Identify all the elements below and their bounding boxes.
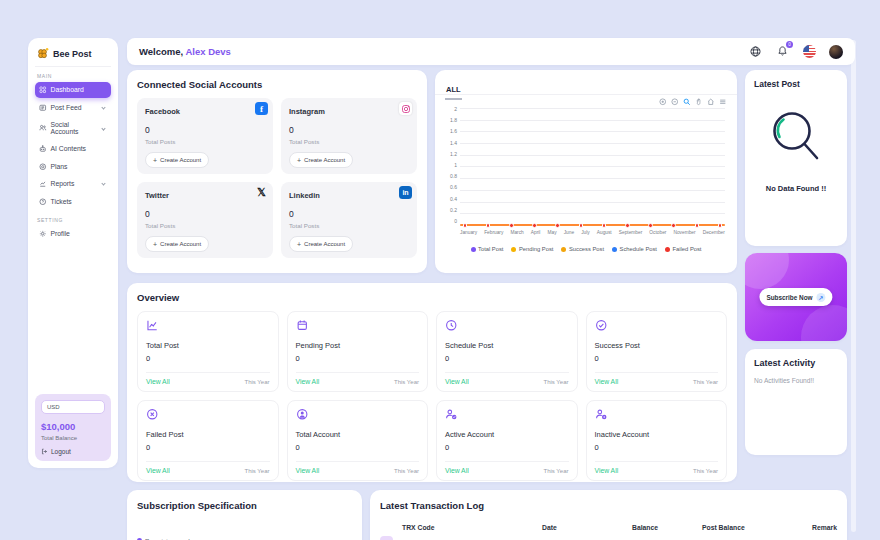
social-card-linkedin: Linkedin in 0 Total Posts +Create Accoun… bbox=[281, 182, 417, 258]
selection-zoom-icon[interactable] bbox=[683, 98, 691, 106]
balance-amount: $10,000 bbox=[41, 421, 105, 432]
sidebar-item-label: AI Contents bbox=[51, 145, 87, 152]
create-account-button[interactable]: +Create Account bbox=[289, 152, 353, 168]
facebook-icon: f bbox=[255, 102, 268, 115]
stat-card-schedule-post: Schedule Post 0 View AllThis Year bbox=[436, 311, 578, 392]
ai-contents-icon bbox=[39, 145, 47, 153]
home-icon[interactable] bbox=[707, 98, 715, 106]
latest-post-card: Latest Post No Data Found !! bbox=[745, 70, 847, 246]
posts-chart-card: ALL 21.8 1.61.4 1.21 0.80.6 0.40.2 0 bbox=[435, 70, 737, 273]
stat-value: 0 bbox=[445, 443, 569, 452]
legend-item[interactable]: Failed Post bbox=[665, 246, 702, 252]
sidebar-item-label: Profile bbox=[51, 230, 70, 237]
stat-value: 0 bbox=[296, 443, 420, 452]
profile-menu-button[interactable] bbox=[829, 45, 843, 59]
balance-label: Total Balance bbox=[41, 435, 105, 441]
plus-icon: + bbox=[153, 157, 157, 164]
legend-item[interactable]: Total Post bbox=[471, 246, 504, 252]
y-axis-labels: 21.8 1.61.4 1.21 0.80.6 0.40.2 0 bbox=[445, 106, 460, 224]
balance-card: USD $10,000 Total Balance Logout bbox=[35, 394, 111, 461]
view-all-link[interactable]: View All bbox=[146, 378, 170, 385]
sidebar-item-label: Plans bbox=[51, 163, 68, 170]
post-feed-icon bbox=[39, 104, 47, 112]
legend-item[interactable]: Schedule Post bbox=[612, 246, 657, 252]
connected-social-accounts-card: Connected Social Accounts Facebook f 0 T… bbox=[127, 70, 427, 273]
plus-icon: + bbox=[153, 241, 157, 248]
sidebar-item-dashboard[interactable]: Dashboard bbox=[35, 82, 111, 98]
reports-icon bbox=[39, 180, 47, 188]
menu-icon[interactable] bbox=[719, 98, 727, 106]
plans-icon bbox=[39, 163, 47, 171]
x-circle-icon bbox=[146, 408, 159, 421]
section-title: Connected Social Accounts bbox=[137, 79, 417, 90]
gear-icon bbox=[39, 230, 47, 238]
view-all-link[interactable]: View All bbox=[296, 467, 320, 474]
clock-icon bbox=[445, 319, 458, 332]
legend-item[interactable]: Pending Post bbox=[511, 246, 553, 252]
stat-card-active-account: Active Account 0 View AllThis Year bbox=[436, 400, 578, 481]
stat-value: 0 bbox=[146, 443, 270, 452]
table-row[interactable]: ▤ bbox=[380, 536, 837, 540]
tab-all[interactable]: ALL bbox=[445, 84, 462, 100]
globe-icon bbox=[749, 45, 762, 58]
stat-value: 0 bbox=[445, 354, 569, 363]
plus-icon: + bbox=[297, 157, 301, 164]
create-account-button[interactable]: +Create Account bbox=[289, 236, 353, 252]
chart-legend: Total Post Pending Post Success Post Sch… bbox=[435, 246, 737, 252]
chevron-down-icon bbox=[101, 105, 105, 109]
sidebar-item-profile[interactable]: Profile bbox=[35, 226, 111, 242]
legend-item[interactable]: Success Post bbox=[561, 246, 604, 252]
bee-logo-icon bbox=[36, 47, 49, 60]
empty-state-message: No Data Found !! bbox=[754, 184, 838, 193]
section-title: Latest Transaction Log bbox=[380, 500, 837, 511]
stat-card-total-account: Total Account 0 View AllThis Year bbox=[287, 400, 429, 481]
magnifier-icon bbox=[765, 105, 827, 171]
subscribe-now-button[interactable]: Subscribe Now ↗ bbox=[759, 288, 832, 306]
language-globe-button[interactable] bbox=[748, 45, 762, 59]
section-title: Subscription Specification bbox=[137, 500, 352, 511]
view-all-link[interactable]: View All bbox=[445, 467, 469, 474]
view-all-link[interactable]: View All bbox=[296, 378, 320, 385]
chevron-down-icon bbox=[101, 126, 105, 130]
subscribe-banner: Subscribe Now ↗ bbox=[745, 253, 847, 341]
line-chart[interactable]: 21.8 1.61.4 1.21 0.80.6 0.40.2 0 bbox=[445, 108, 725, 226]
sidebar-section-setting: SETTING bbox=[37, 217, 109, 223]
view-all-link[interactable]: View All bbox=[445, 378, 469, 385]
notification-badge: 0 bbox=[786, 41, 793, 48]
zoom-out-icon[interactable] bbox=[671, 98, 679, 106]
divider bbox=[435, 94, 737, 95]
language-flag-button[interactable] bbox=[802, 45, 816, 59]
pan-icon[interactable] bbox=[695, 98, 703, 106]
table-header: TRX Code Date Balance Post Balance Remar… bbox=[380, 524, 837, 531]
calendar-icon bbox=[296, 319, 309, 332]
zoom-in-icon[interactable] bbox=[659, 98, 667, 106]
sidebar-item-social-accounts[interactable]: Social Accounts bbox=[35, 117, 111, 139]
dashboard-icon bbox=[39, 86, 47, 94]
sidebar-item-label: Social Accounts bbox=[51, 121, 99, 135]
create-account-button[interactable]: +Create Account bbox=[145, 152, 209, 168]
gridlines bbox=[460, 108, 725, 226]
sidebar-item-tickets[interactable]: Tickets bbox=[35, 194, 111, 210]
sidebar-item-post-feed[interactable]: Post Feed bbox=[35, 100, 111, 116]
create-account-button[interactable]: +Create Account bbox=[145, 236, 209, 252]
page-scrollbar[interactable] bbox=[851, 40, 856, 532]
logout-icon bbox=[41, 448, 48, 455]
sidebar-item-plans[interactable]: Plans bbox=[35, 159, 111, 175]
logout-button[interactable]: Logout bbox=[41, 448, 105, 455]
stat-value: 0 bbox=[146, 354, 270, 363]
plus-icon: + bbox=[297, 241, 301, 248]
notifications-button[interactable]: 0 bbox=[775, 45, 789, 59]
linkedin-icon: in bbox=[399, 186, 412, 199]
receipt-icon: ▤ bbox=[380, 536, 393, 540]
sidebar-item-reports[interactable]: Reports bbox=[35, 176, 111, 192]
view-all-link[interactable]: View All bbox=[146, 467, 170, 474]
view-all-link[interactable]: View All bbox=[595, 378, 619, 385]
user-gear-icon bbox=[595, 408, 608, 421]
sidebar-section-main: MAIN bbox=[37, 73, 109, 79]
sidebar-item-ai-contents[interactable]: AI Contents bbox=[35, 141, 111, 157]
subscription-specification-card: Subscription Specification Remaining wor… bbox=[127, 490, 362, 540]
check-circle-icon bbox=[595, 319, 608, 332]
currency-select[interactable]: USD bbox=[41, 400, 105, 414]
view-all-link[interactable]: View All bbox=[595, 467, 619, 474]
x-axis-labels: JanuaryFebruaryMarch AprilMayJune JulyAu… bbox=[460, 230, 725, 235]
